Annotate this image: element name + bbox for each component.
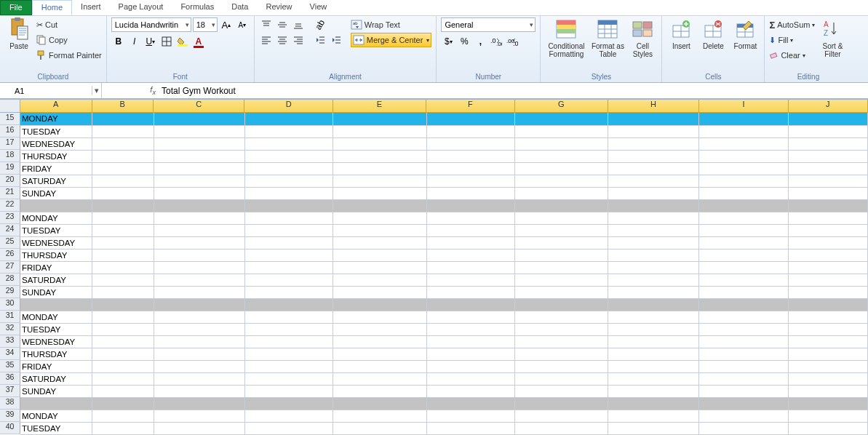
- cell-E19[interactable]: [333, 162, 426, 175]
- cell-E25[interactable]: [333, 236, 426, 249]
- cell-C21[interactable]: [154, 187, 244, 199]
- cell-J16[interactable]: [788, 125, 867, 137]
- cell-A17[interactable]: WEDNESDAY: [20, 137, 92, 150]
- col-header-J[interactable]: J: [789, 100, 868, 113]
- cell-B22[interactable]: [92, 199, 154, 212]
- tab-file[interactable]: File: [0, 0, 32, 15]
- paste-button[interactable]: Paste: [4, 17, 33, 50]
- cell-B27[interactable]: [92, 261, 154, 274]
- cell-J27[interactable]: [788, 261, 867, 274]
- row-header-22[interactable]: 22: [0, 199, 20, 212]
- cell-B21[interactable]: [92, 187, 154, 199]
- align-middle-button[interactable]: [275, 17, 290, 32]
- cell-D33[interactable]: [245, 335, 333, 348]
- row-header-32[interactable]: 32: [0, 323, 20, 335]
- cell-F40[interactable]: [426, 422, 514, 434]
- cell-H29[interactable]: [608, 286, 699, 298]
- cell-I30[interactable]: [699, 298, 788, 311]
- cell-C32[interactable]: [154, 323, 244, 335]
- cell-G19[interactable]: [514, 162, 608, 175]
- cell-D18[interactable]: [245, 150, 333, 162]
- cell-H17[interactable]: [608, 137, 699, 150]
- row-header-19[interactable]: 19: [0, 162, 20, 175]
- cell-G17[interactable]: [514, 137, 608, 150]
- cell-G30[interactable]: [514, 298, 608, 311]
- cell-I23[interactable]: [699, 212, 788, 224]
- cell-D17[interactable]: [245, 137, 333, 150]
- cell-A24[interactable]: TUESDAY: [20, 224, 92, 236]
- cell-D30[interactable]: [245, 298, 333, 311]
- cell-J19[interactable]: [788, 162, 867, 175]
- format-cells-button[interactable]: Format: [730, 17, 760, 50]
- cell-E16[interactable]: [333, 125, 426, 137]
- cell-J31[interactable]: [788, 311, 867, 323]
- cell-G29[interactable]: [514, 286, 608, 298]
- cell-C30[interactable]: [154, 298, 244, 311]
- cell-H15[interactable]: [608, 113, 699, 125]
- cell-D16[interactable]: [245, 125, 333, 137]
- col-header-F[interactable]: F: [426, 100, 514, 113]
- cell-A15[interactable]: MONDAY: [20, 113, 92, 125]
- cell-A29[interactable]: SUNDAY: [20, 286, 92, 298]
- cell-B35[interactable]: [92, 360, 154, 372]
- cell-G27[interactable]: [514, 261, 608, 274]
- cell-E37[interactable]: [333, 385, 426, 397]
- col-header-G[interactable]: G: [515, 100, 608, 113]
- cell-D35[interactable]: [245, 360, 333, 372]
- cell-I26[interactable]: [699, 249, 788, 261]
- cell-J23[interactable]: [788, 212, 867, 224]
- cell-J24[interactable]: [788, 224, 867, 236]
- tab-review[interactable]: Review: [257, 0, 300, 15]
- cell-D23[interactable]: [245, 212, 333, 224]
- cell-H25[interactable]: [608, 236, 699, 249]
- cell-C19[interactable]: [154, 162, 244, 175]
- cell-I16[interactable]: [699, 125, 788, 137]
- cell-C36[interactable]: [154, 372, 244, 385]
- col-header-H[interactable]: H: [608, 100, 699, 113]
- cell-B40[interactable]: [92, 422, 154, 434]
- cell-F35[interactable]: [426, 360, 514, 372]
- cell-G15[interactable]: [514, 113, 608, 125]
- tab-page-layout[interactable]: Page Layout: [110, 0, 172, 15]
- cell-B32[interactable]: [92, 323, 154, 335]
- formula-input[interactable]: Total Gym Workout: [159, 83, 868, 98]
- cell-A18[interactable]: THURSDAY: [20, 150, 92, 162]
- cell-E39[interactable]: [333, 410, 426, 422]
- cell-B24[interactable]: [92, 224, 154, 236]
- cell-I20[interactable]: [699, 175, 788, 187]
- cell-C20[interactable]: [154, 175, 244, 187]
- cell-J26[interactable]: [788, 249, 867, 261]
- currency-button[interactable]: $▾: [441, 34, 455, 49]
- cell-B37[interactable]: [92, 385, 154, 397]
- row-header-36[interactable]: 36: [0, 372, 20, 385]
- cell-D36[interactable]: [245, 372, 333, 385]
- cell-J39[interactable]: [788, 410, 867, 422]
- cell-A37[interactable]: SUNDAY: [20, 385, 92, 397]
- row-header-17[interactable]: 17: [0, 137, 20, 150]
- row-header-25[interactable]: 25: [0, 236, 20, 249]
- cell-B34[interactable]: [92, 348, 154, 360]
- cell-G20[interactable]: [514, 175, 608, 187]
- cell-A35[interactable]: FRIDAY: [20, 360, 92, 372]
- row-header-26[interactable]: 26: [0, 249, 20, 261]
- cell-A34[interactable]: THURSDAY: [20, 348, 92, 360]
- cell-E18[interactable]: [333, 150, 426, 162]
- cell-J17[interactable]: [788, 137, 867, 150]
- align-top-button[interactable]: [259, 17, 274, 32]
- row-header-18[interactable]: 18: [0, 150, 20, 162]
- cell-A19[interactable]: FRIDAY: [20, 162, 92, 175]
- cell-F29[interactable]: [426, 286, 514, 298]
- col-header-A[interactable]: A: [20, 100, 92, 113]
- cell-F26[interactable]: [426, 249, 514, 261]
- cell-A23[interactable]: MONDAY: [20, 212, 92, 224]
- cell-I21[interactable]: [699, 187, 788, 199]
- cell-C34[interactable]: [154, 348, 244, 360]
- cell-styles-button[interactable]: Cell Styles: [628, 17, 657, 58]
- cell-I33[interactable]: [699, 335, 788, 348]
- cell-G26[interactable]: [514, 249, 608, 261]
- cell-J29[interactable]: [788, 286, 867, 298]
- cell-G40[interactable]: [514, 422, 608, 434]
- fx-icon[interactable]: fx: [150, 85, 156, 96]
- number-format-select[interactable]: General: [441, 17, 535, 32]
- insert-cells-button[interactable]: Insert: [666, 17, 696, 50]
